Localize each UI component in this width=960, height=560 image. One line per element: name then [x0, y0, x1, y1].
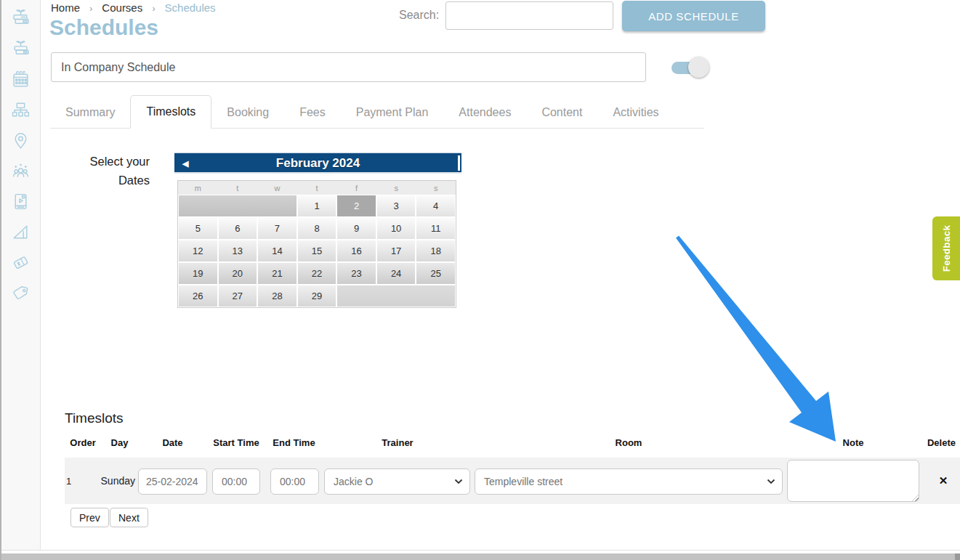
toggle-knob: [688, 57, 709, 78]
calendar-day-12[interactable]: 12: [178, 240, 218, 262]
calendar-day-14[interactable]: 14: [257, 240, 297, 262]
sidebar: [1, 0, 41, 550]
calendar-dow-label: f: [336, 181, 376, 195]
calendar-day-13[interactable]: 13: [218, 240, 258, 262]
column-header-end-time: End Time: [267, 437, 320, 448]
tab-fees[interactable]: Fees: [284, 97, 341, 128]
elearning-book-icon: [11, 192, 31, 211]
calendar-day-27[interactable]: 27: [218, 285, 258, 307]
column-header-day: Day: [101, 437, 138, 448]
sidebar-item-reports[interactable]: [11, 222, 31, 242]
calendar-day-16[interactable]: 16: [336, 240, 376, 262]
sidebar-item-schedules[interactable]: [11, 39, 31, 59]
horizontal-scrollbar[interactable]: [0, 553, 960, 560]
calendar-day-6[interactable]: 6: [218, 217, 258, 240]
date-input[interactable]: [138, 468, 207, 495]
end-time-input[interactable]: [270, 468, 319, 495]
calendar-month-title: February 2024: [276, 156, 360, 171]
next-page-button[interactable]: Next: [110, 508, 148, 527]
room-select[interactable]: Templeville street: [475, 468, 783, 495]
select-dates-label: Select your Dates: [58, 152, 150, 190]
schedule-name-input[interactable]: [51, 52, 646, 82]
window-left-edge: [0, 0, 1, 560]
calendar-day-5[interactable]: 5: [178, 217, 218, 240]
sidebar-item-tickets[interactable]: [11, 253, 31, 272]
sidebar-item-calendar[interactable]: [11, 70, 31, 89]
sidebar-item-structure[interactable]: [11, 100, 31, 120]
calendar-dow-row: mtwtfss: [178, 181, 456, 195]
trainer-select-wrap: Jackie O: [324, 468, 470, 495]
calendar-day-7[interactable]: 7: [257, 217, 297, 240]
courses-books-icon: [11, 9, 31, 28]
feedback-tab[interactable]: Feedback: [932, 216, 960, 280]
calendar-day-24[interactable]: 24: [376, 262, 416, 285]
calendar-day-28[interactable]: 28: [257, 285, 297, 307]
calendar-day-11[interactable]: 11: [416, 217, 456, 240]
calendar-day-9[interactable]: 9: [336, 217, 376, 240]
prev-month-icon[interactable]: ◀: [182, 158, 188, 168]
calendar-day-29[interactable]: 29: [297, 285, 337, 307]
sidebar-item-elearning[interactable]: [11, 192, 31, 211]
location-pin-icon: [11, 131, 31, 150]
calendar-day-21[interactable]: 21: [257, 262, 297, 285]
calendar-day-19[interactable]: 19: [178, 262, 218, 285]
calendar-dow-label: m: [178, 181, 218, 195]
start-time-input[interactable]: [212, 468, 260, 495]
next-month-icon[interactable]: [458, 155, 460, 171]
schedules-books-icon: [11, 39, 31, 59]
scrollbar-end-cap: [955, 553, 960, 560]
column-header-room: Room: [475, 437, 783, 448]
prev-page-button[interactable]: Prev: [70, 508, 109, 527]
calendar-dow-label: s: [376, 181, 416, 195]
tab-attendees[interactable]: Attendees: [443, 97, 526, 128]
calendar-day-8[interactable]: 8: [297, 217, 337, 240]
tab-timeslots[interactable]: Timeslots: [130, 95, 211, 129]
calendar-day-18[interactable]: 18: [416, 240, 456, 262]
sidebar-item-courses[interactable]: [11, 9, 31, 28]
add-schedule-button[interactable]: ADD SCHEDULE: [622, 1, 765, 31]
schedule-active-toggle[interactable]: [671, 57, 709, 78]
feedback-tab-label: Feedback: [941, 225, 952, 272]
calendar-day-22[interactable]: 22: [297, 262, 337, 285]
calendar-day-10[interactable]: 10: [376, 217, 416, 240]
calendar-icon: [11, 70, 31, 89]
sidebar-item-tags[interactable]: [11, 283, 31, 303]
calendar-day-25[interactable]: 25: [416, 262, 456, 285]
tab-booking[interactable]: Booking: [211, 97, 284, 128]
sidebar-item-locations[interactable]: [11, 131, 31, 150]
breadcrumb-courses[interactable]: Courses: [102, 1, 142, 14]
calendar-day-26[interactable]: 26: [178, 285, 218, 307]
tab-summary[interactable]: Summary: [50, 97, 130, 128]
tab-content[interactable]: Content: [526, 97, 597, 128]
calendar-day-1[interactable]: 1: [297, 195, 337, 217]
breadcrumb-schedules: Schedules: [165, 1, 216, 14]
trainer-select[interactable]: Jackie O: [324, 468, 470, 495]
calendar-day-4[interactable]: 4: [416, 195, 456, 217]
tab-payment-plan[interactable]: Payment Plan: [341, 97, 444, 128]
calendar-day-17[interactable]: 17: [376, 240, 416, 262]
calendar: mtwtfss 12345678910111213141516171819202…: [177, 180, 456, 308]
calendar-dow-label: t: [297, 181, 337, 195]
calendar-day-23[interactable]: 23: [336, 262, 376, 285]
breadcrumb-home[interactable]: Home: [51, 1, 80, 14]
search-input[interactable]: [445, 1, 613, 30]
calendar-header: ◀ February 2024: [174, 153, 461, 174]
content-bottom-border: [0, 550, 960, 551]
note-textarea[interactable]: [787, 460, 919, 502]
calendar-dow-label: w: [257, 181, 297, 195]
calendar-grid: 1234567891011121314151617181920212223242…: [178, 195, 456, 307]
timeslot-day: Sunday: [101, 465, 138, 497]
calendar-day-15[interactable]: 15: [297, 240, 337, 262]
sidebar-item-groups[interactable]: [11, 161, 31, 181]
breadcrumb-separator-icon: ›: [152, 4, 155, 14]
delete-row-button[interactable]: ✕: [935, 473, 951, 489]
calendar-dow-label: s: [416, 181, 456, 195]
growth-chart-icon: [11, 222, 31, 242]
calendar-day-3[interactable]: 3: [376, 195, 416, 217]
calendar-day-2[interactable]: 2: [336, 195, 376, 217]
search-label: Search:: [399, 9, 439, 22]
tab-activities[interactable]: Activities: [597, 97, 674, 128]
column-header-start-time: Start Time: [208, 437, 265, 448]
tabs: SummaryTimeslotsBookingFeesPayment PlanA…: [50, 97, 704, 129]
calendar-day-20[interactable]: 20: [218, 262, 258, 285]
